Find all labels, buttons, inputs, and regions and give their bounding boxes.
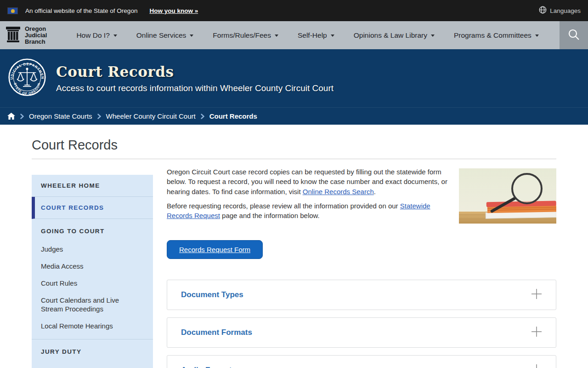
- menu-item[interactable]: Opinions & Law Library: [354, 31, 435, 40]
- accordion-header[interactable]: Document Formats: [167, 317, 556, 348]
- sidebar-item[interactable]: JURY DUTY: [32, 339, 153, 361]
- languages-button[interactable]: Languages: [539, 6, 581, 15]
- hero-subtitle: Access to court records information with…: [56, 83, 334, 93]
- chevron-down-icon: [275, 34, 278, 37]
- paragraph-2: Before requesting records, please review…: [167, 201, 450, 221]
- online-records-search-link[interactable]: Online Records Search: [303, 188, 374, 196]
- column-icon: [6, 25, 21, 46]
- ojd-logo[interactable]: Oregon Judicial Branch: [0, 21, 47, 49]
- home-icon[interactable]: [7, 113, 15, 120]
- breadcrumb-item: Wheeler County Circuit Court: [92, 112, 196, 120]
- page-title: Court Records: [32, 138, 556, 153]
- accordion-header[interactable]: Document Types: [167, 280, 556, 310]
- breadcrumb-item: Oregon State Courts: [15, 112, 92, 120]
- search-icon: [567, 28, 580, 42]
- paragraph-1: Oregon Circuit Court case record copies …: [167, 167, 450, 196]
- official-banner: An official website of the State of Oreg…: [0, 0, 588, 21]
- main-navbar: Oregon Judicial Branch How Do I? Online …: [0, 21, 588, 49]
- divider: [32, 159, 556, 159]
- primary-menu: How Do I? Online Services Forms/Rules/Fe…: [76, 21, 538, 49]
- languages-label: Languages: [550, 7, 581, 14]
- how-you-know-link[interactable]: How you know »: [149, 7, 198, 14]
- chevron-down-icon: [331, 34, 334, 37]
- oregon-flag-icon: [7, 7, 18, 14]
- chevron-down-icon: [535, 34, 539, 37]
- sidebar-item[interactable]: Court Calendars and Live Stream Proceedi…: [32, 292, 153, 317]
- plus-icon: [531, 326, 542, 339]
- sidebar-item[interactable]: Court Rules: [32, 275, 153, 292]
- page-content: Court Records WHEELER HOME COURT RECORDS…: [0, 125, 588, 368]
- sidebar-item[interactable]: Local Remote Hearings: [32, 317, 153, 334]
- chevron-down-icon: [190, 34, 193, 37]
- accordion-list: Document Types Document Formats Audio: [167, 280, 556, 368]
- books-magnifier-photo: [459, 168, 556, 224]
- logo-wordmark: Oregon Judicial Branch: [25, 26, 47, 45]
- sidebar-item[interactable]: WHEELER HOME: [32, 175, 153, 197]
- chevron-right-icon: [201, 114, 204, 119]
- local-sidebar: WHEELER HOME COURT RECORDS GOING TO COUR…: [32, 175, 153, 368]
- oregon-judicial-seal-icon: JUDICIAL DEPARTMENT ★ STATE OF OREGON ★: [8, 58, 46, 98]
- hero-title: Court Records: [56, 63, 334, 80]
- accordion-header[interactable]: Audio Formats: [167, 355, 556, 368]
- breadcrumb-item: Court Records: [196, 112, 257, 120]
- chevron-right-icon: [20, 114, 24, 119]
- menu-item[interactable]: Online Services: [136, 31, 194, 40]
- plus-icon: [531, 288, 542, 301]
- records-request-form-button[interactable]: Records Request Form: [167, 240, 263, 259]
- menu-item[interactable]: Self-Help: [298, 31, 334, 40]
- main-column: Oregon Circuit Court case record copies …: [167, 167, 556, 368]
- menu-item[interactable]: Programs & Committees: [454, 31, 539, 40]
- menu-item[interactable]: Forms/Rules/Fees: [213, 31, 278, 40]
- globe-icon: [539, 6, 547, 15]
- chevron-right-icon: [97, 114, 101, 119]
- sidebar-item[interactable]: COURT RECORDS: [32, 197, 153, 219]
- chevron-down-icon: [431, 34, 435, 37]
- sidebar-item[interactable]: Media Access: [32, 258, 153, 275]
- menu-item[interactable]: How Do I?: [76, 31, 117, 40]
- sidebar-item[interactable]: GOING TO COURT: [32, 219, 153, 241]
- chevron-down-icon: [113, 34, 117, 37]
- breadcrumb: Oregon State Courts Wheeler County Circu…: [0, 107, 588, 125]
- hero-banner: JUDICIAL DEPARTMENT ★ STATE OF OREGON ★ …: [0, 49, 588, 107]
- sidebar-item[interactable]: Judges: [32, 241, 153, 258]
- intro-text: Oregon Circuit Court case record copies …: [167, 167, 450, 225]
- official-text: An official website of the State of Oreg…: [25, 7, 137, 14]
- search-button[interactable]: [560, 21, 588, 49]
- plus-icon: [531, 364, 542, 368]
